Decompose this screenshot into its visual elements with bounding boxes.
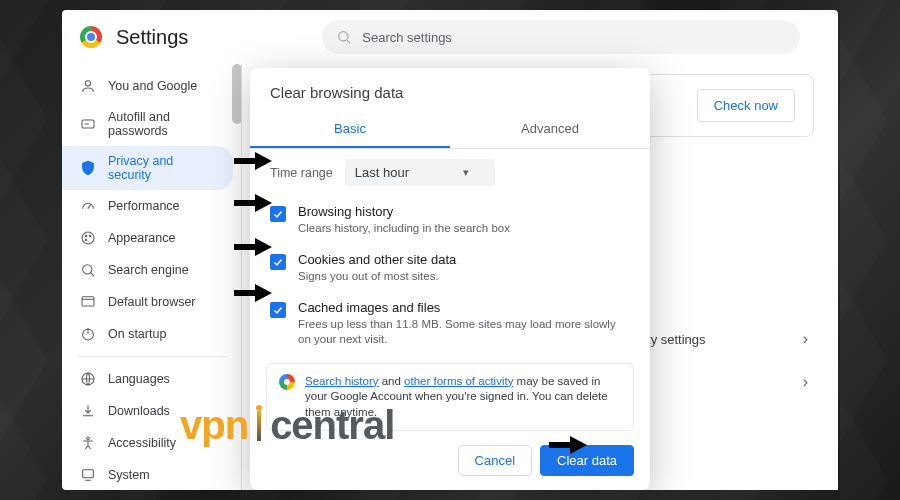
sidebar-item-label: Search engine bbox=[108, 263, 189, 277]
svg-point-2 bbox=[85, 81, 90, 86]
google-logo-icon bbox=[279, 374, 295, 390]
autofill-icon bbox=[80, 116, 96, 132]
tab-basic[interactable]: Basic bbox=[250, 111, 450, 148]
dialog-title: Clear browsing data bbox=[250, 84, 650, 111]
sidebar-item-privacy-security[interactable]: Privacy and security bbox=[62, 146, 233, 190]
annotation-pointer-icon bbox=[233, 148, 273, 174]
svg-rect-11 bbox=[82, 297, 94, 306]
svg-point-6 bbox=[85, 235, 87, 237]
option-desc: Signs you out of most sites. bbox=[298, 269, 456, 284]
svg-line-1 bbox=[347, 40, 350, 43]
svg-point-0 bbox=[339, 32, 348, 41]
divider bbox=[76, 356, 227, 357]
sidebar-item-label: System bbox=[108, 468, 150, 482]
cancel-button[interactable]: Cancel bbox=[458, 445, 532, 476]
check-now-button[interactable]: Check now bbox=[697, 89, 795, 122]
download-icon bbox=[80, 403, 96, 419]
sidebar-item-appearance[interactable]: Appearance bbox=[62, 222, 233, 254]
sidebar-item-label: Accessibility bbox=[108, 436, 176, 450]
sidebar-item-system[interactable]: System bbox=[62, 459, 233, 490]
watermark: vpn central bbox=[180, 403, 394, 448]
palette-icon bbox=[80, 230, 96, 246]
chevron-right-icon: › bbox=[803, 373, 808, 391]
page-title: Settings bbox=[116, 26, 188, 49]
sidebar-item-label: Languages bbox=[108, 372, 170, 386]
time-range-select[interactable]: Last hour bbox=[345, 159, 495, 186]
browser-icon bbox=[80, 294, 96, 310]
sidebar-item-on-startup[interactable]: On startup bbox=[62, 318, 233, 350]
speedometer-icon bbox=[80, 198, 96, 214]
chrome-logo-icon bbox=[80, 26, 102, 48]
person-icon bbox=[80, 78, 96, 94]
svg-line-4 bbox=[88, 205, 91, 209]
sidebar-item-label: Appearance bbox=[108, 231, 175, 245]
svg-point-8 bbox=[85, 239, 87, 241]
svg-point-16 bbox=[87, 437, 90, 440]
search-icon bbox=[336, 29, 352, 45]
accessibility-icon bbox=[80, 435, 96, 451]
sidebar-item-label: Default browser bbox=[108, 295, 196, 309]
watermark-text-b: central bbox=[270, 403, 394, 448]
watermark-text-a: vpn bbox=[180, 403, 248, 448]
annotation-pointer-icon bbox=[548, 432, 588, 458]
option-desc: Clears history, including in the search … bbox=[298, 221, 510, 236]
time-range-value: Last hour bbox=[355, 165, 409, 180]
annotation-pointer-icon bbox=[233, 234, 273, 260]
sidebar-item-you-and-google[interactable]: You and Google bbox=[62, 70, 233, 102]
search-history-link[interactable]: Search history bbox=[305, 375, 379, 387]
sidebar-item-label: You and Google bbox=[108, 79, 197, 93]
other-activity-link[interactable]: other forms of activity bbox=[404, 375, 513, 387]
sidebar-item-label: Downloads bbox=[108, 404, 170, 418]
svg-rect-17 bbox=[83, 470, 94, 478]
svg-point-5 bbox=[82, 232, 94, 244]
globe-icon bbox=[80, 371, 96, 387]
sidebar-item-search-engine[interactable]: Search engine bbox=[62, 254, 233, 286]
search-icon bbox=[80, 262, 96, 278]
sidebar-item-label: On startup bbox=[108, 327, 166, 341]
sidebar-item-languages[interactable]: Languages bbox=[62, 363, 233, 395]
search-placeholder: Search settings bbox=[362, 30, 452, 45]
header: Settings Search settings bbox=[62, 10, 838, 64]
svg-point-9 bbox=[83, 265, 92, 274]
shield-icon bbox=[80, 160, 96, 176]
search-settings-input[interactable]: Search settings bbox=[322, 20, 800, 54]
sidebar-item-performance[interactable]: Performance bbox=[62, 190, 233, 222]
time-range-label: Time range bbox=[270, 166, 333, 180]
option-title: Cookies and other site data bbox=[298, 252, 456, 267]
sidebar-item-label: Privacy and security bbox=[108, 154, 215, 182]
chevron-right-icon: › bbox=[803, 330, 808, 348]
option-title: Cached images and files bbox=[298, 300, 630, 315]
scrollbar[interactable] bbox=[232, 64, 242, 124]
sidebar-item-autofill[interactable]: Autofill and passwords bbox=[62, 102, 233, 146]
svg-point-7 bbox=[89, 235, 91, 237]
svg-line-10 bbox=[91, 273, 94, 276]
power-icon bbox=[80, 326, 96, 342]
pin-icon bbox=[252, 405, 266, 447]
annotation-pointer-icon bbox=[233, 190, 273, 216]
system-icon bbox=[80, 467, 96, 483]
sidebar-item-label: Performance bbox=[108, 199, 180, 213]
annotation-pointer-icon bbox=[233, 280, 273, 306]
dialog-tabs: Basic Advanced bbox=[250, 111, 650, 149]
sidebar-item-default-browser[interactable]: Default browser bbox=[62, 286, 233, 318]
tab-advanced[interactable]: Advanced bbox=[450, 111, 650, 148]
option-title: Browsing history bbox=[298, 204, 510, 219]
option-desc: Frees up less than 11.8 MB. Some sites m… bbox=[298, 317, 630, 347]
sidebar-item-label: Autofill and passwords bbox=[108, 110, 215, 138]
